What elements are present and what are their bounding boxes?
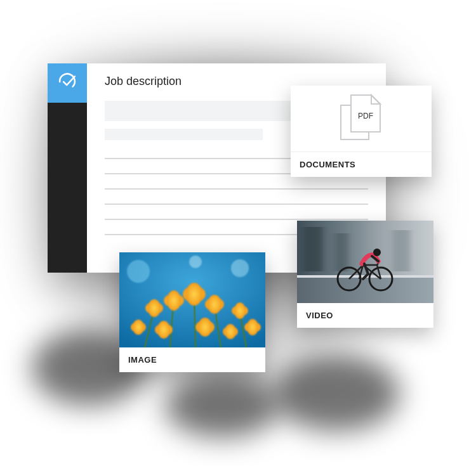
- svg-point-36: [198, 318, 212, 337]
- card-label: VIDEO: [297, 303, 433, 328]
- editor-subtoolbar-placeholder: [105, 129, 263, 140]
- svg-rect-7: [335, 233, 348, 271]
- text-line-placeholder: [105, 219, 368, 220]
- image-card[interactable]: IMAGE: [119, 252, 265, 372]
- backdrop-shadow-fragment: [273, 355, 400, 431]
- svg-text:PDF: PDF: [358, 112, 373, 120]
- text-line-placeholder: [105, 204, 368, 205]
- svg-point-24: [167, 290, 181, 311]
- image-thumbnail: [119, 252, 265, 347]
- backdrop-shadow-fragment: [165, 374, 279, 437]
- svg-point-30: [234, 302, 246, 319]
- svg-point-32: [133, 320, 144, 335]
- svg-point-11: [373, 249, 381, 256]
- svg-point-38: [225, 324, 236, 339]
- video-thumbnail: [297, 221, 433, 303]
- svg-point-14: [231, 259, 249, 277]
- svg-point-13: [127, 260, 150, 283]
- svg-rect-4: [297, 276, 433, 303]
- svg-point-34: [157, 321, 170, 339]
- canvas: Job description PDF: [0, 0, 476, 466]
- documents-card[interactable]: PDF DOCUMENTS: [291, 86, 432, 177]
- svg-rect-6: [303, 227, 322, 271]
- card-label: DOCUMENTS: [291, 152, 432, 177]
- svg-point-28: [208, 295, 221, 314]
- card-label: IMAGE: [119, 347, 265, 372]
- documents-thumbnail: PDF: [291, 86, 432, 152]
- pdf-file-icon: PDF: [332, 91, 390, 146]
- svg-point-22: [148, 299, 161, 317]
- svg-point-40: [247, 319, 258, 335]
- svg-rect-8: [392, 230, 410, 271]
- svg-point-15: [189, 256, 202, 268]
- text-line-placeholder: [105, 234, 310, 235]
- app-logo[interactable]: [48, 63, 87, 103]
- checkmark-circle-icon: [56, 71, 78, 95]
- editor-sidebar: [48, 63, 87, 273]
- svg-point-26: [186, 283, 202, 306]
- text-line-placeholder: [105, 188, 368, 190]
- video-card[interactable]: VIDEO: [297, 221, 433, 328]
